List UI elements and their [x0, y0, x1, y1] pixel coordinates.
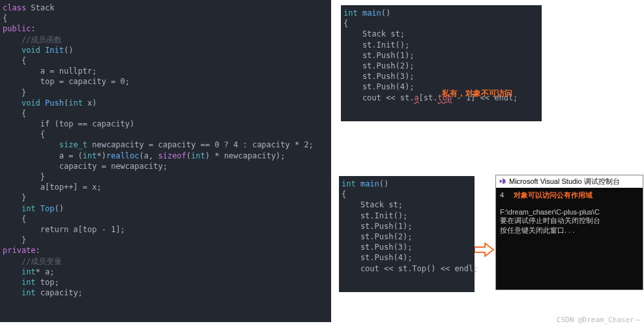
code-stack-class: class Stack{public: //成员函数 void Init() {… [0, 0, 331, 322]
vs-icon [499, 177, 506, 186]
watermark: CSDN @Dream_Chaser～ [557, 315, 641, 325]
console-output: 4 [500, 191, 504, 199]
console-msg: 按任意键关闭此窗口. . . [500, 226, 574, 234]
annotation-private: 私有，对象不可访问 [442, 88, 512, 99]
arrow-icon [475, 243, 494, 259]
console-msg: 要在调试停止时自动关闭控制台 [500, 216, 600, 224]
console-path: F:\dream_chaser\C-plus-plus\C [500, 208, 600, 216]
console-window: Microsoft Visual Studio 调试控制台 4 对象可以访问公有… [495, 175, 643, 290]
code-main-public: int main(){ Stack st; st.Init(); st.Push… [339, 176, 475, 292]
annotation-public: 对象可以访问公有作用域 [514, 191, 593, 199]
code-main-private: int main(){ Stack st; st.Init(); st.Push… [341, 5, 542, 121]
console-titlebar: Microsoft Visual Studio 调试控制台 [496, 175, 643, 188]
